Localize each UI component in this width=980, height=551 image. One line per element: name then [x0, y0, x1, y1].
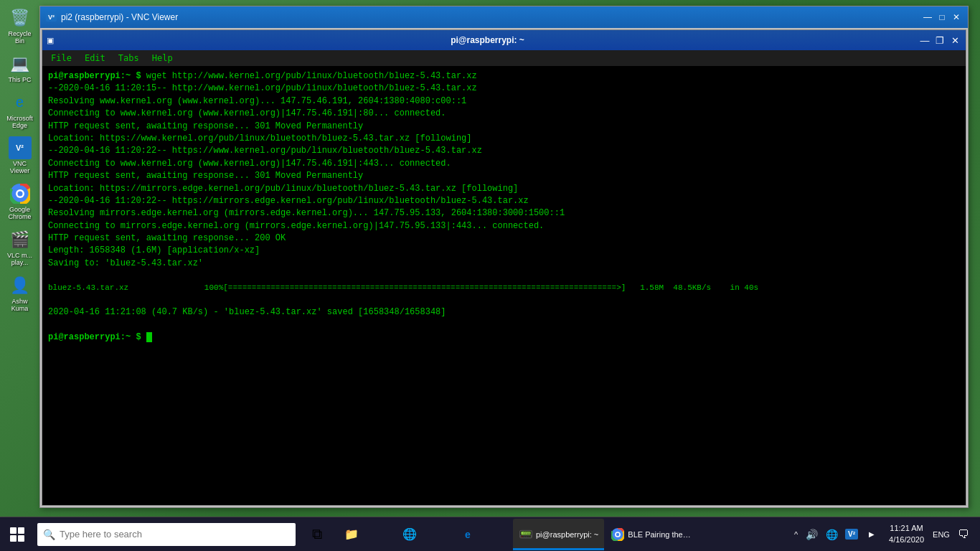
terminal-line: Saving to: 'bluez-5.43.tar.xz': [48, 258, 960, 270]
desktop: 🗑️ Recycle Bin 💻 This PC e Microsoft Edg…: [0, 0, 980, 551]
menu-help[interactable]: Help: [146, 52, 179, 65]
terminal-line: HTTP request sent, awaiting response... …: [48, 170, 960, 182]
windows-logo: [10, 527, 24, 542]
tray-network-icon[interactable]: 🌐: [823, 519, 840, 550]
tray-vnc-icon[interactable]: V²: [843, 519, 860, 550]
chrome-label: Google Chrome: [4, 207, 37, 221]
menu-file[interactable]: File: [45, 52, 77, 65]
desktop-icon-edge[interactable]: e Microsoft Edge: [2, 88, 38, 133]
vnc-outer-title-text: pi2 (raspberrypi) - VNC Viewer: [61, 12, 178, 22]
terminal-icon: ▣: [47, 36, 54, 45]
svg-point-7: [616, 532, 620, 536]
terminal-line: [48, 294, 960, 306]
terminal-line: Resolving mirrors.edge.kernel.org (mirro…: [48, 207, 960, 220]
desktop-icon-recycle-bin[interactable]: 🗑️ Recycle Bin: [2, 4, 38, 48]
taskbar-app-file-manager[interactable]: 📁: [339, 519, 396, 550]
taskbar: 🔍 ⧉ 📁 🌐 e: [0, 517, 980, 551]
terminal-line: [48, 270, 960, 282]
vnc-maximize-button[interactable]: □: [936, 11, 948, 23]
terminal-line: Connecting to www.kernel.org (www.kernel…: [48, 158, 960, 170]
terminal-line: --2020-04-16 11:20:22-- https://mirrors.…: [48, 195, 960, 207]
terminal-line: HTTP request sent, awaiting response... …: [48, 121, 960, 133]
vnc-outer-controls: — □ ✕: [922, 11, 962, 23]
ie-icon: e: [461, 527, 475, 542]
vnc-close-button[interactable]: ✕: [951, 11, 962, 23]
tray-arrow-icon[interactable]: ▶: [863, 519, 880, 550]
terminal-taskbar-icon: 📟: [519, 527, 533, 542]
vnc-tray-badge: V²: [845, 529, 858, 540]
terminal-line: pi@raspberrypi:~ $: [48, 331, 960, 344]
svg-point-3: [17, 192, 22, 197]
vnc-label: VNCViewer: [10, 161, 29, 175]
file-manager-icon: 📁: [344, 527, 359, 542]
terminal-line: Connecting to mirrors.edge.kernel.org (m…: [48, 220, 960, 232]
terminal-minimize-button[interactable]: —: [918, 34, 931, 46]
user-icon: 👤: [9, 274, 32, 297]
notification-icon: 🗨: [958, 528, 969, 541]
terminal-line: HTTP request sent, awaiting response... …: [48, 232, 960, 245]
taskbar-app-ble[interactable]: BLE Pairing the R...: [605, 519, 698, 550]
terminal-restore-button[interactable]: ❐: [933, 34, 946, 46]
menu-tabs[interactable]: Tabs: [113, 52, 145, 65]
clock-area[interactable]: 11:21 AM 4/16/2020: [883, 519, 930, 550]
vlc-label: VLC m...play...: [7, 253, 32, 267]
search-bar[interactable]: 🔍: [37, 523, 296, 546]
terminal-menubar: File Edit Tabs Help: [42, 50, 966, 66]
terminal-close-button[interactable]: ✕: [948, 34, 961, 46]
terminal-line: Resolving www.kernel.org (www.kernel.org…: [48, 95, 960, 108]
task-view-button[interactable]: ⧉: [301, 519, 333, 550]
desktop-icons-panel: 🗑️ Recycle Bin 💻 This PC e Microsoft Edg…: [0, 0, 39, 517]
tray-volume-icon[interactable]: 🔊: [803, 519, 820, 550]
terminal-line: Length: 1658348 (1.6M) [application/x-xz…: [48, 245, 960, 257]
system-tray: ^ 🔊 🌐 V² ▶ 11:21 AM 4/16/2020 ENG 🗨: [792, 519, 980, 550]
taskbar-app-terminal[interactable]: 📟 pi@raspberrypi: ~: [513, 519, 604, 550]
ble-chrome-icon: [611, 527, 625, 542]
terminal-line: --2020-04-16 11:20:15-- http://www.kerne…: [48, 83, 960, 95]
terminal-line: Connecting to www.kernel.org (www.kernel…: [48, 108, 960, 120]
task-view-icon: ⧉: [312, 526, 322, 542]
desktop-icon-vnc[interactable]: V² VNCViewer: [2, 133, 38, 178]
search-input[interactable]: [60, 529, 290, 540]
menu-edit[interactable]: Edit: [79, 52, 111, 65]
terminal-line: 2020-04-16 11:21:08 (40.7 KB/s) - 'bluez…: [48, 306, 960, 319]
terminal-line: Location: https://www.kernel.org/pub/lin…: [48, 133, 960, 145]
vnc-outer-titlebar: V² pi2 (raspberrypi) - VNC Viewer — □ ✕: [40, 6, 968, 28]
this-pc-icon: 💻: [9, 52, 32, 75]
start-button[interactable]: [0, 517, 34, 552]
terminal-title-text: pi@raspberrypi: ~: [57, 35, 918, 45]
terminal-body[interactable]: pi@raspberrypi:~ $ wget http://www.kerne…: [42, 66, 966, 505]
vnc-minimize-button[interactable]: —: [922, 11, 933, 23]
terminal-cursor: [146, 332, 152, 342]
user-label: AshwKuma: [11, 298, 29, 313]
terminal-titlebar: ▣ pi@raspberrypi: ~ — ❐ ✕: [42, 30, 966, 50]
taskbar-app-ie[interactable]: e: [455, 519, 512, 550]
chrome-icon: [9, 182, 32, 205]
terminal-line: --2020-04-16 11:20:22-- https://www.kern…: [48, 145, 960, 157]
taskbar-app-globe[interactable]: 🌐: [397, 519, 454, 550]
vnc-viewer-window: V² pi2 (raspberrypi) - VNC Viewer — □ ✕ …: [39, 6, 969, 508]
clock-time: 11:21 AM: [890, 523, 923, 534]
edge-icon: e: [9, 91, 32, 114]
terminal-controls: — ❐ ✕: [918, 34, 961, 46]
edge-label: Microsoft Edge: [4, 116, 37, 130]
terminal-inner: ▣ pi@raspberrypi: ~ — ❐ ✕ File Edit Tabs…: [42, 29, 966, 506]
clock-date: 4/16/2020: [889, 534, 924, 545]
desktop-icon-this-pc[interactable]: 💻 This PC: [2, 50, 38, 87]
taskbar-app-ble-label: BLE Pairing the R...: [628, 530, 692, 539]
recycle-bin-label: Recycle Bin: [4, 31, 37, 45]
notification-button[interactable]: 🗨: [953, 519, 974, 550]
vlc-icon: 🎬: [9, 228, 32, 251]
taskbar-apps: 📁 🌐 e 📟 pi@raspberrypi: ~: [339, 519, 698, 550]
this-pc-label: This PC: [8, 77, 31, 84]
desktop-icon-user[interactable]: 👤 AshwKuma: [2, 271, 38, 316]
terminal-line: pi@raspberrypi:~ $ wget http://www.kerne…: [48, 70, 960, 83]
tray-expand-button[interactable]: ^: [792, 530, 800, 539]
desktop-icon-chrome[interactable]: Google Chrome: [2, 179, 38, 224]
vnc-icon: V²: [9, 136, 32, 159]
desktop-icon-vlc[interactable]: 🎬 VLC m...play...: [2, 225, 38, 270]
recycle-bin-icon: 🗑️: [9, 6, 32, 29]
search-icon: 🔍: [43, 529, 55, 540]
taskbar-app-terminal-label: pi@raspberrypi: ~: [536, 530, 598, 539]
terminal-line: Location: https://mirrors.edge.kernel.or…: [48, 183, 960, 195]
language-icon[interactable]: ENG: [933, 519, 950, 550]
